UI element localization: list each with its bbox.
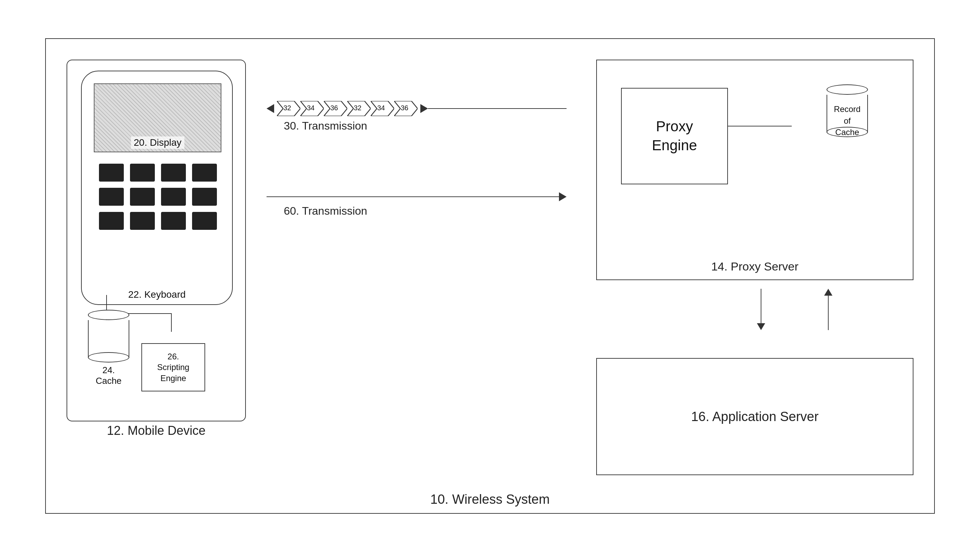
record-cache-text: RecordofCache (827, 103, 867, 138)
proxy-server-label: 14. Proxy Server (711, 260, 798, 273)
mobile-device-container: 20. Display (67, 60, 246, 421)
proxy-engine-label: ProxyEngine (652, 117, 697, 155)
key (192, 212, 217, 230)
key (130, 188, 155, 206)
svg-text:36: 36 (401, 104, 408, 112)
key (161, 188, 186, 206)
transmission-30-label: 30. Transmission (267, 120, 566, 132)
svg-text:32: 32 (354, 104, 361, 112)
key (130, 164, 155, 182)
transmission-60-label: 60. Transmission (267, 205, 566, 217)
cache-label: 24. Cache (95, 365, 121, 386)
chevron-group-30: 32 34 36 32 (277, 101, 418, 116)
key (99, 212, 124, 230)
svg-text:36: 36 (330, 104, 338, 112)
phone-display: 20. Display (94, 83, 221, 152)
arrow-line-60 (267, 197, 559, 197)
arrow-head-right-from-proxy (420, 104, 428, 113)
arrow-head-left-30 (267, 104, 274, 113)
line-pe-to-rc (728, 126, 792, 127)
arrow-head-up (824, 289, 832, 296)
svg-text:34: 34 (377, 104, 385, 112)
record-cache-cylinder-top (827, 84, 868, 95)
cylinder-bottom-ellipse (88, 352, 129, 362)
key (99, 188, 124, 206)
keyboard-label: 22. Keyboard (128, 289, 186, 300)
record-cache-cylinder-body: RecordofCache (827, 95, 868, 133)
wireless-system-label: 10. Wireless System (430, 492, 550, 507)
phone-outline: 20. Display (81, 71, 233, 305)
v-line-up (828, 296, 829, 330)
proxy-engine-box: ProxyEngine (621, 88, 728, 184)
cylinder-top (88, 310, 129, 320)
arrow-line-to-proxy (428, 108, 566, 109)
display-label: 20. Display (131, 136, 185, 149)
line-v-right (171, 313, 172, 332)
scripting-engine-box: 26.ScriptingEngine (142, 343, 205, 392)
keyboard-row-1 (99, 164, 217, 182)
arrow-head-right-60 (559, 192, 566, 201)
v-line-down (761, 289, 762, 323)
key (192, 164, 217, 182)
chevron-34b: 34 (371, 101, 394, 116)
outer-wrapper: 10. Wireless System 20. Display (24, 21, 956, 531)
chevron-36: 36 (324, 101, 347, 116)
key (161, 212, 186, 230)
key (192, 188, 217, 206)
chevron-32b: 32 (347, 101, 371, 116)
mobile-device-label: 12. Mobile Device (107, 424, 205, 438)
wireless-system-boundary: 10. Wireless System 20. Display (45, 38, 935, 514)
chevron-34: 34 (300, 101, 324, 116)
keyboard-row-3 (99, 212, 217, 230)
keyboard-row-2 (99, 188, 217, 206)
transmission-top-area: 32 34 36 32 (267, 101, 566, 132)
app-server-container: 16. Application Server (596, 358, 913, 475)
key (161, 164, 186, 182)
key (130, 212, 155, 230)
record-cache-container: RecordofCache (809, 84, 885, 133)
arrow-head-down (757, 323, 765, 330)
app-server-label: 16. Application Server (691, 409, 819, 424)
transmission-60-area: 60. Transmission (267, 192, 566, 217)
svg-text:32: 32 (283, 104, 291, 112)
cylinder-body (88, 320, 129, 358)
chevron-36b: 36 (394, 101, 418, 116)
scripting-engine-label: 26.ScriptingEngine (157, 351, 189, 384)
v-arrow-down (757, 289, 765, 330)
svg-text:34: 34 (307, 104, 315, 112)
cache-cylinder: 24. Cache (86, 310, 131, 386)
key (99, 164, 124, 182)
v-arrow-up (824, 289, 832, 330)
chevron-32: 32 (277, 101, 300, 116)
proxy-server-container: ProxyEngine RecordofCache 14. Proxy Serv… (596, 60, 913, 280)
